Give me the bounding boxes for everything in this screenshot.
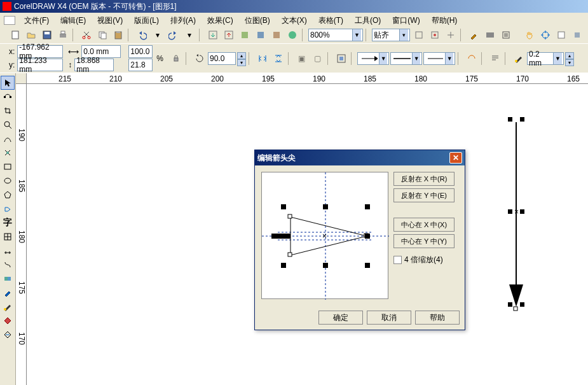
ellipse-tool[interactable] <box>1 174 15 188</box>
line-style[interactable]: ▼ <box>390 52 422 65</box>
wrap-icon[interactable] <box>334 52 348 66</box>
import-button[interactable] <box>205 28 220 42</box>
arrow-preview[interactable]: × <box>261 172 388 299</box>
blend-tool[interactable] <box>1 272 15 286</box>
close-curve[interactable] <box>464 52 479 66</box>
outline-width[interactable]: 0.2 mm▼ <box>527 52 564 65</box>
menu-bitmap[interactable]: 位图(B) <box>240 13 275 28</box>
zoom-4x-checkbox[interactable]: 4 倍缩放(4) <box>393 255 455 265</box>
menu-layout[interactable]: 版面(L) <box>129 13 164 28</box>
menu-view[interactable]: 视图(V) <box>92 13 128 28</box>
zoom-tool[interactable] <box>1 118 15 132</box>
menu-arrange[interactable]: 排列(A) <box>165 13 201 28</box>
mirror-v[interactable] <box>271 52 285 66</box>
dimension-tool[interactable] <box>1 244 15 258</box>
start-arrow[interactable]: ▼ <box>357 52 389 65</box>
eyedropper-tool[interactable] <box>1 286 15 300</box>
sx-field[interactable]: 100.0 <box>128 45 153 58</box>
save-button[interactable] <box>39 28 54 42</box>
arrow-object[interactable]: × <box>494 109 538 319</box>
app-menu-icon[interactable] <box>4 16 15 25</box>
ow-down[interactable]: ▾ <box>565 59 574 66</box>
crop-tool[interactable] <box>1 104 15 118</box>
paste-button[interactable] <box>111 28 125 42</box>
menu-table[interactable]: 表格(T) <box>313 13 348 28</box>
sy-field[interactable]: 21.8 <box>128 59 153 71</box>
brush-icon[interactable] <box>467 28 481 42</box>
menu-edit[interactable]: 编辑(E) <box>55 13 91 28</box>
zoom-combo[interactable]: 800%▼ <box>308 29 363 41</box>
shape-tool[interactable] <box>1 90 15 104</box>
h-field[interactable]: 18.868 mm <box>74 59 114 71</box>
rectangle-tool[interactable] <box>1 160 15 174</box>
settings-icon[interactable] <box>570 28 584 42</box>
table-tool[interactable] <box>1 230 15 244</box>
y-field[interactable]: 181.233 mm <box>17 59 63 71</box>
redo-button[interactable] <box>166 28 181 42</box>
center-x-button[interactable]: 中心在 X 中(X) <box>393 218 455 232</box>
text-tool[interactable]: 字 <box>1 216 15 230</box>
wrap-text[interactable] <box>488 52 502 66</box>
outline-pen-icon[interactable] <box>511 52 526 66</box>
rotation-field[interactable]: 90.0 <box>208 52 236 65</box>
fill-tool[interactable] <box>1 314 15 328</box>
rot-down[interactable]: ▾ <box>237 59 246 66</box>
help-button[interactable]: 帮助 <box>415 311 460 325</box>
app-launcher-2[interactable] <box>253 28 268 42</box>
book-icon[interactable] <box>554 28 568 42</box>
center-y-button[interactable]: 中心在 Y 中(Y) <box>393 234 455 248</box>
rot-up[interactable]: ▴ <box>237 52 246 59</box>
snap-combo[interactable]: 贴齐▾ <box>372 29 410 41</box>
snap-icon-3[interactable] <box>443 28 458 42</box>
ok-button[interactable]: 确定 <box>318 311 363 325</box>
redo-dropdown[interactable]: ▾ <box>182 28 196 42</box>
pick-tool[interactable] <box>1 76 15 90</box>
snap-arrow[interactable]: ▾ <box>399 29 408 41</box>
connector-tool[interactable] <box>1 258 15 272</box>
basic-shapes-tool[interactable] <box>1 202 15 216</box>
new-button[interactable] <box>8 28 22 42</box>
menu-help[interactable]: 帮助(H) <box>427 13 463 28</box>
undo-button[interactable] <box>134 28 149 42</box>
ruler-vertical[interactable]: 190 185 180 175 170 <box>16 84 27 385</box>
app-launcher-3[interactable] <box>269 28 284 42</box>
mirror-h[interactable] <box>255 52 270 66</box>
menu-text[interactable]: 文本(X) <box>277 13 312 28</box>
open-button[interactable] <box>24 28 38 42</box>
cut-button[interactable] <box>79 28 93 42</box>
ow-up[interactable]: ▴ <box>565 52 574 59</box>
outline-tool[interactable] <box>1 300 15 314</box>
undo-dropdown[interactable]: ▾ <box>150 28 165 42</box>
crosshair-icon[interactable] <box>538 28 552 42</box>
cancel-button[interactable]: 取消 <box>367 311 411 325</box>
ruler-origin[interactable] <box>16 73 27 84</box>
color-mgmt-icon[interactable] <box>482 28 497 42</box>
polygon-tool[interactable] <box>1 188 15 202</box>
app-launcher-1[interactable] <box>237 28 252 42</box>
reflect-y-button[interactable]: 反射在 Y 中(E) <box>393 188 455 202</box>
menu-file[interactable]: 文件(F) <box>19 13 54 28</box>
front-of[interactable]: ▣ <box>294 52 309 66</box>
zoom-arrow[interactable]: ▼ <box>352 29 361 41</box>
dialog-titlebar[interactable]: 编辑箭头尖 ✕ <box>255 150 465 165</box>
menu-tools[interactable]: 工具(O) <box>350 13 386 28</box>
rotate-icon[interactable] <box>192 52 207 66</box>
welcome-button[interactable] <box>285 28 299 42</box>
hand-icon[interactable] <box>522 28 537 42</box>
snap-icon-1[interactable] <box>411 28 426 42</box>
reflect-x-button[interactable]: 反射在 X 中(R) <box>393 172 455 186</box>
interactive-fill-tool[interactable] <box>1 328 15 342</box>
menu-effects[interactable]: 效果(C) <box>202 13 238 28</box>
options-icon[interactable] <box>498 28 513 42</box>
lock-ratio[interactable] <box>168 52 183 66</box>
menu-window[interactable]: 窗口(W) <box>387 13 425 28</box>
copy-button[interactable] <box>95 28 109 42</box>
print-button[interactable] <box>55 28 70 42</box>
export-button[interactable] <box>221 28 236 42</box>
end-arrow[interactable]: ▼ <box>423 52 455 65</box>
snap-icon-2[interactable] <box>427 28 442 42</box>
behind-of[interactable]: ▢ <box>310 52 325 66</box>
smart-fill-tool[interactable] <box>1 146 15 160</box>
ruler-horizontal[interactable]: 215 210 205 200 195 190 185 180 175 170 … <box>27 73 588 84</box>
close-icon[interactable]: ✕ <box>449 152 462 164</box>
